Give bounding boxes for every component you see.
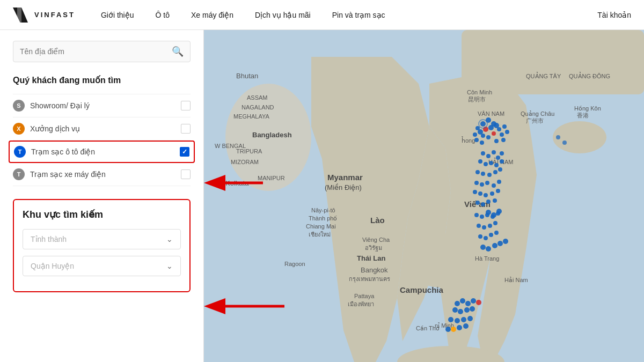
- tram-sac-xemay-checkbox[interactable]: [181, 169, 191, 179]
- svg-point-120: [465, 301, 471, 306]
- svg-point-109: [478, 234, 482, 239]
- svg-text:MIZORAM: MIZORAM: [231, 159, 259, 165]
- svg-text:Bangkok: Bangkok: [361, 266, 388, 274]
- header: VINFAST Giới thiệu Ô tô Xe máy điện Dịch…: [0, 0, 644, 30]
- svg-text:Viêng Cha: Viêng Cha: [362, 237, 390, 243]
- district-chevron-icon: ⌄: [166, 262, 173, 270]
- xuong-checkbox[interactable]: [181, 124, 191, 134]
- svg-text:h̉ong: h̉ong: [462, 136, 475, 144]
- svg-point-128: [455, 318, 460, 323]
- search-box[interactable]: 🔍: [13, 41, 191, 62]
- tram-sac-oto-checkbox[interactable]: [180, 147, 189, 157]
- province-dropdown[interactable]: Tỉnh thành ⌄: [23, 229, 181, 249]
- logo[interactable]: VINFAST: [13, 8, 75, 23]
- svg-point-6: [553, 121, 606, 153]
- search-input[interactable]: [20, 47, 172, 56]
- svg-point-70: [501, 138, 506, 142]
- svg-point-139: [556, 135, 560, 139]
- svg-point-119: [460, 298, 465, 304]
- svg-point-123: [452, 307, 458, 313]
- svg-point-71: [481, 151, 485, 156]
- svg-text:NAGALAND: NAGALAND: [241, 104, 274, 110]
- xuong-icon: X: [13, 123, 25, 135]
- filter-xuong: X Xưởng dịch vụ: [13, 117, 191, 141]
- svg-text:Hà Trang: Hà Trang: [475, 255, 499, 262]
- filter-tram-sac-xemay-label: Trạm sạc xe máy điện: [30, 170, 181, 179]
- svg-point-61: [473, 132, 477, 137]
- svg-point-74: [496, 156, 500, 160]
- svg-point-76: [478, 159, 482, 164]
- svg-point-59: [497, 127, 501, 131]
- nav-pin-va-tram-sac[interactable]: Pin và trạm sạc: [332, 11, 385, 19]
- svg-text:QUẢNG ĐÔNG: QUẢNG ĐÔNG: [569, 72, 610, 79]
- svg-point-65: [500, 132, 504, 137]
- region-title: Khu vực tìm kiếm: [23, 209, 181, 220]
- svg-point-127: [448, 317, 453, 322]
- svg-text:Bhutan: Bhutan: [236, 72, 258, 80]
- svg-point-62: [481, 134, 485, 138]
- svg-point-90: [497, 180, 501, 184]
- svg-point-87: [480, 182, 484, 187]
- svg-point-107: [488, 224, 492, 228]
- svg-point-78: [489, 161, 493, 165]
- nav-o-to[interactable]: Ô tô: [155, 11, 169, 19]
- filter-tram-sac-oto-label: Trạm sạc ô tô điện: [31, 147, 180, 156]
- svg-point-75: [500, 151, 504, 156]
- svg-point-85: [498, 167, 502, 172]
- svg-text:ASSAM: ASSAM: [247, 94, 268, 101]
- svg-text:Lào: Lào: [370, 216, 385, 225]
- svg-text:กรุงเทพมหานคร: กรุงเทพมหานคร: [349, 276, 390, 283]
- logo-text: VINFAST: [34, 11, 75, 19]
- vinfast-logo-icon: [13, 8, 30, 23]
- showroom-checkbox[interactable]: [181, 101, 191, 110]
- nav-gioi-thieu[interactable]: Giới thiệu: [101, 11, 134, 19]
- svg-text:Thành phố: Thành phố: [309, 215, 337, 221]
- svg-point-106: [482, 225, 486, 230]
- svg-point-93: [484, 193, 488, 197]
- svg-text:Campuchia: Campuchia: [400, 285, 444, 294]
- svg-rect-5: [462, 30, 644, 94]
- svg-text:MEGHALAYA: MEGHALAYA: [233, 113, 269, 120]
- svg-point-96: [475, 201, 480, 205]
- svg-point-129: [461, 317, 466, 322]
- filter-options: S Showroom/ Đại lý X Xưởng dịch vụ T Trạ…: [13, 94, 191, 186]
- filter-tram-sac-xemay: T Trạm sạc xe máy điện: [13, 163, 191, 186]
- svg-point-130: [467, 316, 473, 321]
- nav-dich-vu-hau-mai[interactable]: Dịch vụ hậu mãi: [255, 11, 311, 19]
- svg-text:nỉ Minh: nỉ Minh: [435, 322, 454, 329]
- svg-point-63: [486, 135, 491, 139]
- svg-point-121: [471, 298, 476, 304]
- svg-point-7: [408, 234, 472, 287]
- search-icon[interactable]: 🔍: [172, 46, 184, 57]
- svg-point-86: [474, 181, 479, 185]
- svg-text:Ragoon: Ragoon: [284, 261, 305, 267]
- svg-point-126: [470, 306, 475, 312]
- region-section: Khu vực tìm kiếm Tỉnh thành ⌄ Quận Huyện…: [13, 199, 191, 292]
- svg-point-134: [463, 323, 469, 329]
- svg-text:เมืองพัทยา: เมืองพัทยา: [348, 301, 374, 307]
- svg-point-113: [480, 245, 486, 250]
- svg-point-79: [494, 163, 499, 167]
- filter-tram-sac-oto: T Trạm sạc ô tô điện: [9, 141, 195, 163]
- svg-point-73: [492, 150, 496, 154]
- province-label: Tỉnh thành: [31, 235, 67, 243]
- svg-point-117: [503, 239, 508, 244]
- svg-text:Pattaya: Pattaya: [354, 293, 375, 299]
- filter-section-title: Quý khách đang muốn tìm: [13, 75, 191, 85]
- filter-showroom-label: Showroom/ Đại lý: [30, 101, 181, 110]
- svg-point-66: [505, 130, 509, 134]
- tram-sac-oto-icon: T: [14, 146, 26, 158]
- svg-point-94: [490, 191, 494, 196]
- main-nav: Giới thiệu Ô tô Xe máy điện Dịch vụ hậu …: [101, 11, 597, 19]
- svg-text:Côn Minh: Côn Minh: [467, 89, 492, 95]
- nav-xe-may-dien[interactable]: Xe máy điện: [191, 11, 233, 19]
- svg-point-138: [496, 209, 502, 214]
- svg-point-64: [492, 131, 496, 136]
- map-area[interactable]: Bhutan ASSAM NAGALAND MEGHALAYA Banglade…: [204, 30, 644, 362]
- svg-point-124: [458, 309, 463, 314]
- district-dropdown[interactable]: Quận Huyện ⌄: [23, 256, 181, 276]
- account-button[interactable]: Tài khoản: [597, 11, 631, 19]
- svg-text:Quảng Châu: Quảng Châu: [521, 110, 554, 117]
- map-svg: Bhutan ASSAM NAGALAND MEGHALAYA Banglade…: [204, 30, 644, 362]
- svg-text:Thái Lan: Thái Lan: [357, 254, 386, 262]
